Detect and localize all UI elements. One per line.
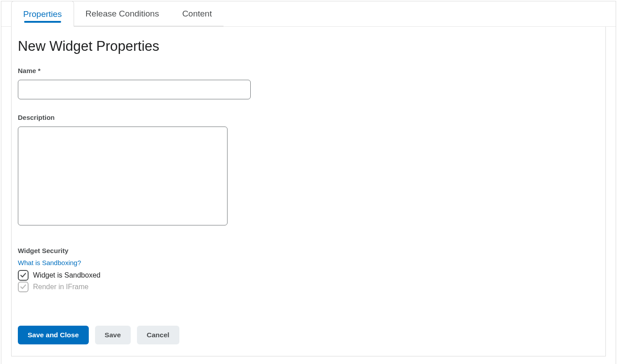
content-panel: New Widget Properties Name * Description… [11,27,606,356]
button-row: Save and Close Save Cancel [18,326,179,344]
iframe-checkbox-row: Render in IFrame [18,282,605,292]
description-label: Description [18,114,605,121]
tab-content[interactable]: Content [170,1,224,26]
page-container: Properties Release Conditions Content Ne… [1,1,616,364]
sandboxed-checkbox-row: Widget is Sandboxed [18,270,605,281]
widget-security-label: Widget Security [18,247,605,254]
description-input[interactable] [18,127,228,225]
page-title: New Widget Properties [18,38,605,54]
tab-properties[interactable]: Properties [11,1,74,27]
iframe-checkbox [18,282,29,292]
name-label: Name * [18,67,605,74]
check-icon [20,272,26,278]
check-icon [20,284,26,290]
description-field-group: Description [18,114,605,227]
iframe-checkbox-label: Render in IFrame [33,283,89,291]
sandboxed-checkbox-label: Widget is Sandboxed [33,271,100,279]
tab-release-conditions[interactable]: Release Conditions [74,1,171,26]
sandboxed-checkbox[interactable] [18,270,29,281]
name-field-group: Name * [18,67,605,99]
tab-bar: Properties Release Conditions Content [1,1,616,27]
save-and-close-button[interactable]: Save and Close [18,326,89,344]
sandboxing-help-link[interactable]: What is Sandboxing? [18,259,81,266]
save-button[interactable]: Save [95,326,131,344]
cancel-button[interactable]: Cancel [137,326,179,344]
name-input[interactable] [18,80,251,99]
